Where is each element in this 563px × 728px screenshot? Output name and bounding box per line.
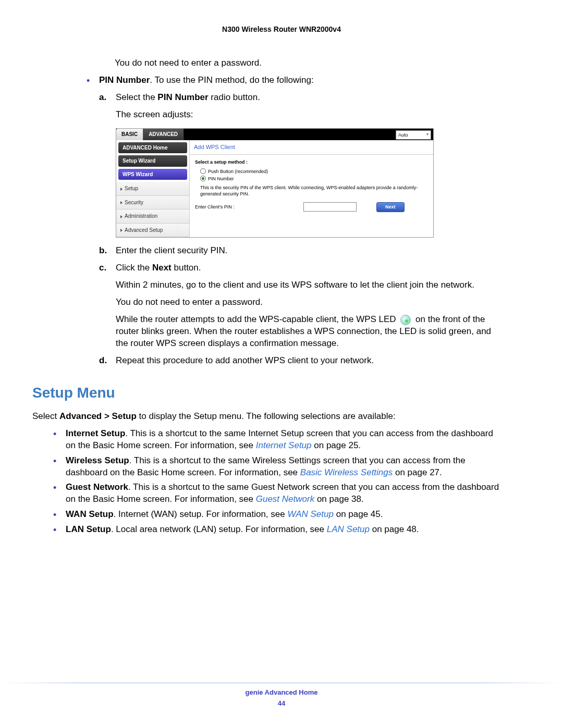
lan-text: . Local area network (LAN) setup. For in… — [111, 524, 327, 534]
guest-bold: Guest Network — [66, 482, 128, 492]
sidebar-wps-wizard[interactable]: WPS Wizard — [118, 169, 187, 180]
footer-page-number: 44 — [0, 699, 563, 707]
setup-intro-post: to display the Setup menu. The following… — [137, 411, 396, 421]
wps-led-pre: While the router attempts to add the WPS… — [116, 314, 398, 324]
screen-adjusts: The screen adjusts: — [116, 109, 500, 121]
pin-bullet: PIN Number. To use the PIN method, do th… — [82, 75, 500, 367]
item-wireless-setup: Wireless Setup. This is a shortcut to th… — [49, 455, 500, 479]
footer-title: genie Advanced Home — [0, 688, 563, 696]
setup-intro-bold: Advanced > Setup — [59, 411, 137, 421]
step-d: d. Repeat this procedure to add another … — [99, 355, 500, 367]
internet-after: on page 25. — [312, 440, 361, 450]
sidebar-advanced-setup-label: Advanced Setup — [125, 227, 163, 233]
link-wan-setup[interactable]: WAN Setup — [287, 509, 334, 519]
item-internet-setup: Internet Setup. This is a shortcut to th… — [49, 428, 500, 452]
select-method-label: Select a setup method : — [195, 159, 428, 165]
item-lan-setup: LAN Setup. Local area network (LAN) setu… — [49, 524, 500, 536]
link-lan-setup[interactable]: LAN Setup — [327, 524, 370, 534]
tab-advanced[interactable]: ADVANCED — [143, 129, 183, 140]
setup-menu-heading: Setup Menu — [32, 385, 500, 401]
item-guest-network: Guest Network. This is a shortcut to the… — [49, 482, 500, 505]
radio-push-label: Push Button (recommended) — [208, 168, 268, 175]
chevron-down-icon: ▾ — [426, 132, 429, 138]
sidebar-setup-label: Setup — [125, 186, 138, 191]
item-wan-setup: WAN Setup. Internet (WAN) setup. For inf… — [49, 509, 500, 521]
pin-bold: PIN Number — [99, 75, 150, 85]
internet-bold: Internet Setup — [66, 428, 125, 438]
setup-intro: Select Advanced > Setup to display the S… — [32, 411, 500, 423]
chevron-right-icon — [120, 215, 123, 218]
marker-d: d. — [99, 355, 107, 367]
step-a: a. Select the PIN Number radio button. T… — [99, 92, 500, 238]
marker-a: a. — [99, 92, 106, 104]
step-b: b. Enter the client security PIN. — [99, 245, 500, 257]
marker-b: b. — [99, 245, 107, 257]
step-c-bold: Next — [152, 263, 172, 273]
wireless-after: on page 27. — [393, 467, 442, 477]
sidebar-setup-wizard[interactable]: Setup Wizard — [118, 155, 187, 167]
pin-input-label: Enter Client's PIN : — [195, 204, 299, 210]
lan-after: on page 48. — [370, 524, 419, 534]
setup-intro-pre: Select — [32, 411, 59, 421]
link-internet-setup[interactable]: Internet Setup — [256, 440, 312, 450]
step-c: c. Click the Next button. Within 2 minut… — [99, 262, 500, 350]
link-basic-wireless[interactable]: Basic Wireless Settings — [300, 467, 393, 477]
wireless-bold: Wireless Setup — [66, 455, 129, 465]
radio-pin-number[interactable]: PIN Number — [200, 176, 428, 182]
wps-screenshot: BASIC ADVANCED Auto ▾ — [116, 128, 434, 238]
pin-input[interactable] — [303, 202, 357, 212]
step-c-post: button. — [172, 263, 201, 273]
chevron-right-icon — [120, 201, 123, 204]
dropdown-value: Auto — [398, 132, 408, 138]
doc-header: N300 Wireless Router WNR2000v4 — [0, 25, 563, 33]
panel-title: Add WPS Client — [190, 140, 433, 155]
next-button[interactable]: Next — [376, 202, 405, 212]
lang-dropdown[interactable]: Auto ▾ — [396, 130, 431, 140]
link-guest-network[interactable]: Guest Network — [256, 494, 314, 504]
guest-after: on page 38. — [314, 494, 364, 504]
tab-basic[interactable]: BASIC — [116, 129, 143, 140]
step-a-post: radio button. — [209, 92, 260, 102]
pin-rest: . To use the PIN method, do the followin… — [150, 75, 313, 85]
step-a-bold: PIN Number — [157, 92, 208, 102]
sidebar-security-label: Security — [125, 200, 143, 205]
step-a-pre: Select the — [116, 92, 157, 102]
sidebar-advanced-setup[interactable]: Advanced Setup — [116, 224, 189, 238]
wan-text: . Internet (WAN) setup. For information,… — [114, 509, 288, 519]
chevron-right-icon — [120, 229, 123, 232]
wps-led-para: While the router attempts to add the WPS… — [116, 314, 500, 350]
lan-bold: LAN Setup — [66, 524, 111, 534]
step-c-para: Within 2 minutes, go to the client and u… — [116, 279, 500, 291]
no-password-2: You do not need to enter a password. — [116, 297, 500, 309]
step-b-text: Enter the client security PIN. — [116, 245, 227, 255]
step-d-text: Repeat this procedure to add another WPS… — [116, 355, 374, 365]
help-text: This is the security PIN of the WPS clie… — [200, 185, 428, 197]
sidebar-security[interactable]: Security — [116, 196, 189, 210]
sidebar-administration-label: Administration — [125, 213, 157, 219]
sidebar-administration[interactable]: Administration — [116, 209, 189, 224]
radio-pin-label: PIN Number — [208, 176, 234, 182]
intro-para: You do not need to enter a password. — [115, 57, 500, 69]
sidebar-setup[interactable]: Setup — [116, 182, 189, 196]
wps-led-icon — [400, 315, 411, 325]
step-c-pre: Click the — [116, 263, 152, 273]
chevron-right-icon — [120, 188, 123, 191]
radio-icon — [200, 168, 206, 174]
wan-bold: WAN Setup — [66, 509, 114, 519]
sidebar-adv-home[interactable]: ADVANCED Home — [118, 142, 187, 154]
wan-after: on page 45. — [334, 509, 383, 519]
radio-icon — [200, 176, 206, 181]
radio-push-button[interactable]: Push Button (recommended) — [200, 168, 428, 175]
marker-c: c. — [99, 262, 106, 274]
